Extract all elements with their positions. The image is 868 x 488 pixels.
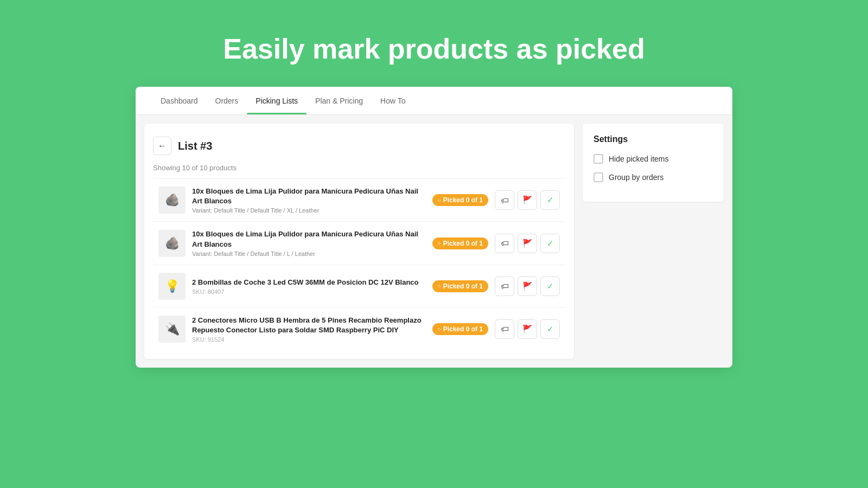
settings-panel: Settings Hide picked items Group by orde…: [583, 124, 724, 202]
flag-button-3[interactable]: 🚩: [518, 277, 537, 296]
product-info-4: 2 Conectores Micro USB B Hembra de 5 Pin…: [192, 316, 426, 343]
flag-button-2[interactable]: 🚩: [518, 234, 537, 253]
product-image-3: 💡: [158, 273, 186, 300]
check-button-3[interactable]: ✓: [540, 277, 560, 296]
product-image-4: 🔌: [158, 316, 186, 343]
table-row: 🪨 10x Bloques de Lima Lija Pulidor para …: [153, 221, 565, 264]
product-variant-2: Variant: Default Title / Default Title /…: [192, 251, 426, 257]
picked-badge-3: Picked 0 of 1: [432, 280, 488, 292]
product-sku-3: SKU: 80407: [192, 288, 426, 295]
check-button-1[interactable]: ✓: [540, 190, 560, 210]
product-image-1: 🪨: [158, 187, 186, 214]
picked-badge-4: Picked 0 of 1: [432, 323, 488, 335]
group-orders-label: Group by orders: [609, 173, 663, 182]
nav-item-plan-pricing[interactable]: Plan & Pricing: [307, 87, 372, 114]
nav-item-how-to[interactable]: How To: [372, 87, 414, 114]
product-sku-4: SKU: 91524: [192, 336, 426, 343]
product-name-1: 10x Bloques de Lima Lija Pulidor para Ma…: [192, 187, 426, 206]
tag-button-3[interactable]: 🏷: [495, 277, 514, 296]
product-info-2: 10x Bloques de Lima Lija Pulidor para Ma…: [192, 229, 426, 256]
nav-item-dashboard[interactable]: Dashboard: [152, 87, 207, 114]
hide-picked-item[interactable]: Hide picked items: [593, 154, 713, 164]
table-row: 🔌 2 Conectores Micro USB B Hembra de 5 P…: [153, 307, 565, 350]
product-info-3: 2 Bombillas de Coche 3 Led C5W 36MM de P…: [192, 278, 426, 295]
flag-button-4[interactable]: 🚩: [518, 319, 537, 339]
hide-picked-checkbox[interactable]: [593, 154, 603, 164]
table-row: 🪨 10x Bloques de Lima Lija Pulidor para …: [153, 178, 565, 221]
product-name-4: 2 Conectores Micro USB B Hembra de 5 Pin…: [192, 316, 426, 335]
page-title: List #3: [178, 140, 212, 152]
nav-item-picking-lists[interactable]: Picking Lists: [247, 87, 307, 114]
nav-item-orders[interactable]: Orders: [207, 87, 247, 114]
back-button[interactable]: ←: [153, 137, 171, 155]
showing-text: Showing 10 of 10 products: [153, 164, 565, 172]
left-panel: ← List #3 Showing 10 of 10 products 🪨 10…: [144, 124, 574, 359]
group-orders-checkbox[interactable]: [593, 172, 603, 182]
group-orders-item[interactable]: Group by orders: [593, 172, 713, 182]
app-window: Dashboard Orders Picking Lists Plan & Pr…: [136, 87, 732, 368]
tag-button-1[interactable]: 🏷: [495, 190, 514, 210]
action-buttons-1: 🏷 🚩 ✓: [495, 190, 560, 210]
product-info-1: 10x Bloques de Lima Lija Pulidor para Ma…: [192, 187, 426, 214]
action-buttons-2: 🏷 🚩 ✓: [495, 234, 560, 253]
flag-button-1[interactable]: 🚩: [518, 190, 537, 210]
product-image-2: 🪨: [158, 230, 186, 257]
picked-badge-1: Picked 0 of 1: [432, 194, 488, 206]
product-variant-1: Variant: Default Title / Default Title /…: [192, 207, 426, 214]
action-buttons-3: 🏷 🚩 ✓: [495, 277, 560, 296]
action-buttons-4: 🏷 🚩 ✓: [495, 319, 560, 339]
tag-button-2[interactable]: 🏷: [495, 234, 514, 253]
picked-badge-2: Picked 0 of 1: [432, 237, 488, 249]
hero-title: Easily mark products as picked: [223, 33, 644, 65]
nav-bar: Dashboard Orders Picking Lists Plan & Pr…: [136, 87, 732, 115]
table-row: 💡 2 Bombillas de Coche 3 Led C5W 36MM de…: [153, 265, 565, 307]
hide-picked-label: Hide picked items: [609, 155, 669, 163]
settings-title: Settings: [593, 134, 713, 144]
main-content: ← List #3 Showing 10 of 10 products 🪨 10…: [136, 115, 732, 368]
tag-button-4[interactable]: 🏷: [495, 319, 514, 339]
product-name-2: 10x Bloques de Lima Lija Pulidor para Ma…: [192, 229, 426, 249]
check-button-2[interactable]: ✓: [540, 234, 560, 253]
page-header: ← List #3: [153, 132, 565, 164]
check-button-4[interactable]: ✓: [540, 319, 560, 339]
product-name-3: 2 Bombillas de Coche 3 Led C5W 36MM de P…: [192, 278, 426, 287]
